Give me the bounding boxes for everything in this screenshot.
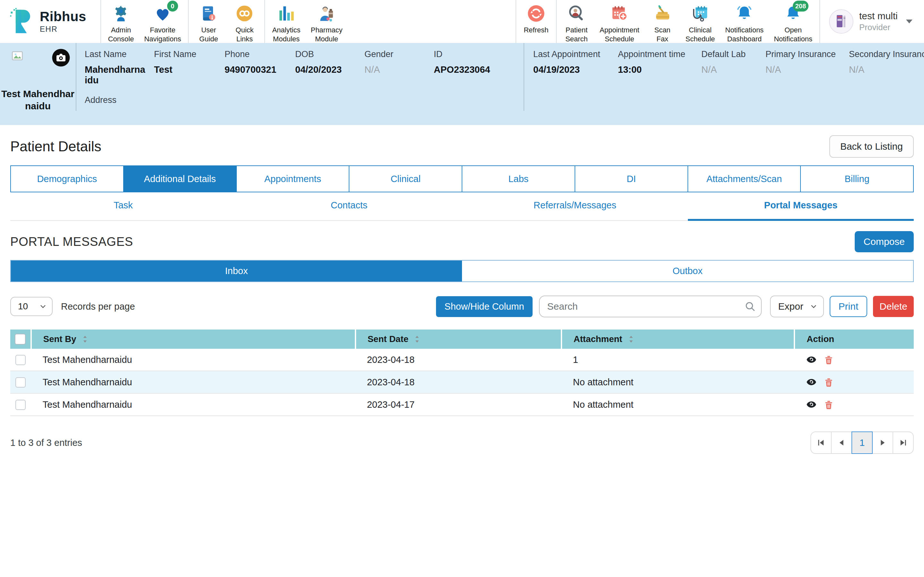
nav-item-label: FavoriteNavigations [144,26,181,43]
pagination-previous-button[interactable] [831,432,852,454]
subtab-portal-messages[interactable]: Portal Messages [688,192,914,221]
field-value: APO2323064 [434,64,517,75]
page-title: Patient Details [10,139,102,155]
patient-field-dob: DOB04/20/2023 [295,49,365,85]
subtab-contacts[interactable]: Contacts [236,192,462,221]
sort-icon[interactable] [80,334,90,344]
sort-icon[interactable] [412,334,422,344]
tab-clinical[interactable]: Clinical [349,166,462,192]
nav-item-label: QuickLinks [236,26,254,43]
user-guide-icon [200,5,218,23]
pagination-next-button[interactable] [872,432,893,454]
portal-messages-table: Sent BySent DateAttachmentAction Test Ma… [10,330,914,416]
subtab-referrals-messages[interactable]: Referrals/Messages [462,192,688,221]
eye-icon[interactable] [806,377,817,388]
tab-appointments[interactable]: Appointments [237,166,350,192]
table-row: Test Mahendharnaidu2023-04-17No attachme… [10,393,914,416]
camera-icon[interactable] [51,48,71,67]
column-header-sent-date[interactable]: Sent Date [355,330,561,349]
cell-sent-date: 2023-04-18 [355,371,561,393]
trash-icon[interactable] [823,377,834,388]
print-button[interactable]: Print [830,296,867,317]
show-hide-column-button[interactable]: Show/Hide Column [436,296,532,317]
chevron-down-icon [906,19,913,23]
trash-icon[interactable] [823,399,834,410]
patient-search-icon [567,5,586,23]
field-value: 04/20/2023 [295,64,358,75]
subtab-task[interactable]: Task [10,192,236,221]
nav-group: UserGuideQuickLinks [188,0,264,43]
search-input[interactable] [539,295,762,318]
field-label: Appointment time [618,49,695,59]
nav-item-patient-search[interactable]: PatientSearch [559,0,594,43]
column-header-label: Attachment [573,334,622,344]
nav-item-pharmacy-module[interactable]: PharmacyModule [305,0,347,43]
column-header-attachment[interactable]: Attachment [561,330,795,349]
row-checkbox[interactable] [15,377,26,388]
nav-item-user-guide[interactable]: UserGuide [191,0,226,43]
nav-item-scan-fax[interactable]: ScanFax [645,0,680,43]
patient-field-last-appointment: Last Appointment04/19/2023 [533,49,618,75]
tab-demographics[interactable]: Demographics [11,166,124,192]
pagination-page-button[interactable]: 1 [851,432,873,454]
tab-labs[interactable]: Labs [462,166,575,192]
tab-additional-details[interactable]: Additional Details [124,166,237,192]
clinical-schedule-icon [691,5,709,23]
nav-item-appointment-schedule[interactable]: AppointmentSchedule [594,0,645,43]
records-per-page-label: Records per page [61,301,135,312]
pagination-first-button[interactable] [811,432,832,454]
brand-sub: EHR [40,25,86,33]
row-checkbox[interactable] [15,355,26,365]
mailbox-tab-outbox[interactable]: Outbox [462,261,913,282]
records-per-page-select[interactable]: 10 [10,297,53,316]
nav-item-analytics-modules[interactable]: AnalyticsModules [267,0,305,43]
nav-item-notifications-dashboard[interactable]: NotificationsDashboard [720,0,769,43]
nav-item-label: OpenNotifications [774,26,813,43]
field-label: Gender [365,49,427,59]
chevron-down-icon [810,303,817,310]
user-menu[interactable]: test multi Provider [819,0,924,43]
patient-summary-bar: Test Mahendharnaidu Last NameMahendharna… [0,43,924,125]
field-value: N/A [849,64,924,75]
nav-item-label: NotificationsDashboard [725,26,764,43]
column-header-label: Sent Date [368,334,409,344]
patient-field-phone: Phone9490700321 [225,49,295,85]
export-select-value: Expor [779,301,803,312]
row-checkbox[interactable] [15,400,26,410]
back-to-listing-button[interactable]: Back to Listing [829,135,914,158]
tab-attachments-scan[interactable]: Attachments/Scan [688,166,801,192]
tab-billing[interactable]: Billing [801,166,913,192]
patient-photo-area: Test Mahendharnaidu [0,43,76,125]
cell-attachment: No attachment [561,393,795,416]
search-icon[interactable] [744,301,756,312]
nav-item-refresh[interactable]: Refresh [518,0,554,43]
sort-icon[interactable] [626,334,636,344]
nav-item-clinical-schedule[interactable]: ClinicalSchedule [680,0,720,43]
delete-button[interactable]: Delete [873,296,914,317]
nav-item-favorite-navigations[interactable]: 0FavoriteNavigations [139,0,186,43]
table-row: Test Mahendharnaidu2023-04-181 [10,349,914,371]
pagination-last-button[interactable] [893,432,914,454]
column-header-label: Sent By [43,334,76,344]
chevron-down-icon [39,303,47,310]
field-label: Address [85,95,517,105]
mailbox-toggle: InboxOutbox [10,260,914,282]
admin-console-icon [112,5,130,23]
export-select[interactable]: Expor [770,295,824,318]
column-header-sent-by[interactable]: Sent By [31,330,355,349]
eye-icon[interactable] [806,399,817,410]
field-label: Secondary Insurance [849,49,924,59]
patient-field-address: Address [85,95,523,105]
app-logo[interactable]: Ribhus EHR [0,0,100,43]
field-label: ID [434,49,517,59]
column-header-action[interactable]: Action [795,330,914,349]
nav-item-admin-console[interactable]: AdminConsole [103,0,139,43]
eye-icon[interactable] [806,354,817,365]
nav-item-quick-links[interactable]: QuickLinks [226,0,262,43]
trash-icon[interactable] [823,354,834,365]
select-all-checkbox[interactable] [15,334,26,345]
nav-item-open-notifications[interactable]: 208OpenNotifications [769,0,817,43]
compose-button[interactable]: Compose [855,231,914,252]
tab-di[interactable]: DI [575,166,688,192]
mailbox-tab-inbox[interactable]: Inbox [11,261,462,282]
